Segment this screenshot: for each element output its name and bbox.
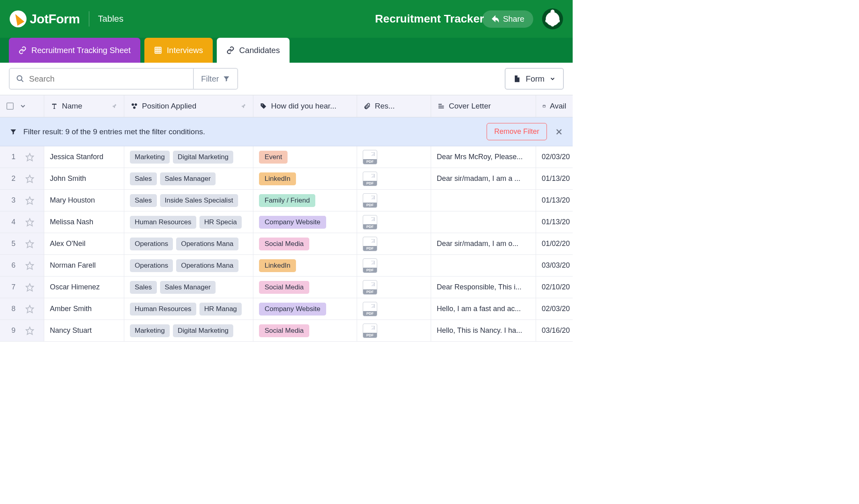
cell-hear[interactable]: Social Media: [253, 233, 357, 254]
cell-avail[interactable]: 01/13/20: [536, 190, 573, 211]
select-all-checkbox[interactable]: [6, 102, 14, 110]
cell-position[interactable]: OperationsOperations Mana: [124, 255, 253, 276]
col-select[interactable]: [0, 95, 44, 117]
search-input[interactable]: [29, 74, 187, 84]
pdf-icon[interactable]: PDF: [363, 172, 377, 186]
logo[interactable]: JotForm: [10, 10, 80, 27]
cell-name[interactable]: Nancy Stuart: [44, 320, 124, 341]
cell-cover[interactable]: [431, 190, 536, 211]
star-icon[interactable]: [25, 218, 34, 227]
pdf-icon[interactable]: PDF: [363, 215, 377, 229]
pdf-icon[interactable]: PDF: [363, 193, 377, 208]
cell-name[interactable]: Alex O'Neil: [44, 233, 124, 254]
pdf-icon[interactable]: PDF: [363, 150, 377, 164]
col-cover[interactable]: Cover Letter: [431, 95, 536, 117]
cell-position[interactable]: OperationsOperations Mana: [124, 233, 253, 254]
star-icon[interactable]: [25, 240, 34, 248]
pdf-icon[interactable]: PDF: [363, 302, 377, 316]
cell-avail[interactable]: 03/16/20: [536, 320, 573, 341]
cell-name[interactable]: Amber Smith: [44, 298, 124, 320]
cell-hear[interactable]: LinkedIn: [253, 168, 357, 189]
cell-cover[interactable]: [431, 211, 536, 233]
cell-position[interactable]: Human ResourcesHR Specia: [124, 211, 253, 233]
table-row[interactable]: 9Nancy StuartMarketingDigital Marketing …: [0, 320, 573, 342]
cell-resume[interactable]: PDF: [357, 233, 431, 254]
table-row[interactable]: 1Jessica StanfordMarketingDigital Market…: [0, 146, 573, 168]
table-row[interactable]: 5Alex O'NeilOperationsOperations ManaSoc…: [0, 233, 573, 255]
cell-avail[interactable]: 01/13/20: [536, 211, 573, 233]
table-row[interactable]: 6Norman FarellOperationsOperations ManaL…: [0, 255, 573, 277]
filter-button[interactable]: Filter: [194, 68, 238, 90]
cell-avail[interactable]: 01/02/20: [536, 233, 573, 254]
table-row[interactable]: 7Oscar HimenezSalesSales ManagerSocial M…: [0, 277, 573, 298]
col-name[interactable]: Name: [44, 95, 124, 117]
star-icon[interactable]: [25, 174, 34, 183]
cell-name[interactable]: Mary Houston: [44, 190, 124, 211]
cell-resume[interactable]: PDF: [357, 277, 431, 298]
star-icon[interactable]: [25, 153, 34, 162]
tab-recruitment-tracking[interactable]: Recruitment Tracking Sheet: [9, 38, 140, 63]
cell-resume[interactable]: PDF: [357, 146, 431, 168]
cell-resume[interactable]: PDF: [357, 168, 431, 189]
cell-cover[interactable]: Dear sir/madam, I am a ...: [431, 168, 536, 189]
cell-avail[interactable]: 01/13/20: [536, 168, 573, 189]
cell-hear[interactable]: Social Media: [253, 320, 357, 341]
share-button[interactable]: Share: [482, 10, 533, 28]
pin-icon[interactable]: [111, 103, 117, 109]
table-row[interactable]: 2John SmithSalesSales ManagerLinkedInPDF…: [0, 168, 573, 190]
cell-name[interactable]: Oscar Himenez: [44, 277, 124, 298]
avatar[interactable]: [542, 8, 563, 29]
pin-icon[interactable]: [240, 103, 247, 109]
cell-hear[interactable]: LinkedIn: [253, 255, 357, 276]
table-row[interactable]: 4Melissa NashHuman ResourcesHR SpeciaCom…: [0, 211, 573, 233]
cell-avail[interactable]: 02/03/20: [536, 146, 573, 168]
search-box[interactable]: [9, 68, 194, 90]
cell-avail[interactable]: 02/10/20: [536, 277, 573, 298]
pdf-icon[interactable]: PDF: [363, 258, 377, 273]
pdf-icon[interactable]: PDF: [363, 280, 377, 295]
cell-name[interactable]: Melissa Nash: [44, 211, 124, 233]
cell-hear[interactable]: Social Media: [253, 277, 357, 298]
cell-cover[interactable]: Dear sir/madam, I am o...: [431, 233, 536, 254]
section-label[interactable]: Tables: [98, 14, 124, 24]
cell-resume[interactable]: PDF: [357, 190, 431, 211]
close-icon[interactable]: [555, 128, 563, 136]
cell-cover[interactable]: [431, 255, 536, 276]
form-dropdown[interactable]: Form: [505, 68, 564, 90]
cell-resume[interactable]: PDF: [357, 320, 431, 341]
cell-resume[interactable]: PDF: [357, 211, 431, 233]
cell-position[interactable]: Human ResourcesHR Manag: [124, 298, 253, 320]
cell-hear[interactable]: Event: [253, 146, 357, 168]
cell-position[interactable]: SalesInside Sales Specialist: [124, 190, 253, 211]
cell-position[interactable]: SalesSales Manager: [124, 168, 253, 189]
cell-cover[interactable]: Hello, I am a fast and ac...: [431, 298, 536, 320]
cell-cover[interactable]: Hello, This is Nancy. I ha...: [431, 320, 536, 341]
table-row[interactable]: 8Amber SmithHuman ResourcesHR ManagCompa…: [0, 298, 573, 320]
col-avail[interactable]: Avail: [536, 95, 573, 117]
cell-name[interactable]: Jessica Stanford: [44, 146, 124, 168]
star-icon[interactable]: [25, 283, 34, 292]
chevron-down-icon[interactable]: [19, 102, 27, 110]
star-icon[interactable]: [25, 305, 34, 313]
cell-cover[interactable]: Dear Mrs McRoy, Please...: [431, 146, 536, 168]
cell-position[interactable]: MarketingDigital Marketing: [124, 146, 253, 168]
cell-position[interactable]: MarketingDigital Marketing: [124, 320, 253, 341]
cell-resume[interactable]: PDF: [357, 255, 431, 276]
cell-avail[interactable]: 03/03/20: [536, 255, 573, 276]
cell-hear[interactable]: Company Website: [253, 211, 357, 233]
cell-cover[interactable]: Dear Responsible, This i...: [431, 277, 536, 298]
star-icon[interactable]: [25, 196, 34, 205]
star-icon[interactable]: [25, 261, 34, 270]
col-resume[interactable]: Res...: [357, 95, 431, 117]
tab-interviews[interactable]: Interviews: [144, 38, 213, 63]
pdf-icon[interactable]: PDF: [363, 237, 377, 251]
cell-hear[interactable]: Company Website: [253, 298, 357, 320]
cell-hear[interactable]: Family / Friend: [253, 190, 357, 211]
cell-position[interactable]: SalesSales Manager: [124, 277, 253, 298]
tab-candidates[interactable]: Candidates: [217, 38, 290, 63]
col-hear[interactable]: How did you hear...: [253, 95, 357, 117]
cell-resume[interactable]: PDF: [357, 298, 431, 320]
cell-name[interactable]: John Smith: [44, 168, 124, 189]
cell-avail[interactable]: 02/03/20: [536, 298, 573, 320]
remove-filter-button[interactable]: Remove Filter: [487, 123, 547, 140]
